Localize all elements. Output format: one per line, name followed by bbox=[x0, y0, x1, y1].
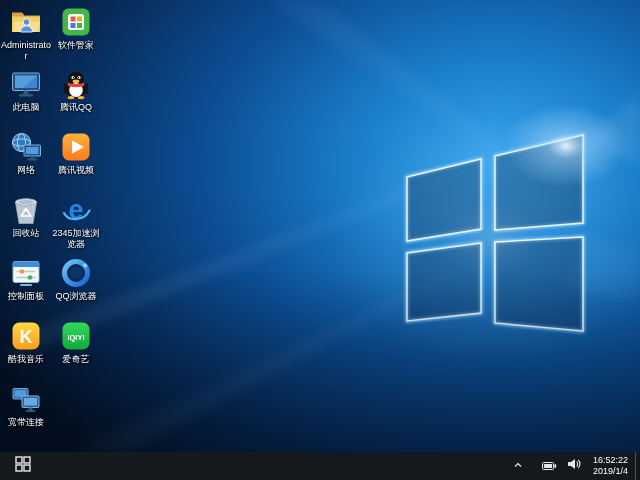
broadband-connection-icon bbox=[10, 383, 42, 415]
clock-date: 2019/1/4 bbox=[593, 466, 628, 477]
desktop-icon-label: 此电脑 bbox=[13, 102, 40, 113]
desktop-icon-label: 软件管家 bbox=[58, 40, 94, 51]
desktop-icon-2345-browser[interactable]: e 2345加速浏览器 bbox=[50, 194, 102, 251]
desktop-icon-label: 腾讯视频 bbox=[58, 165, 94, 176]
kuwo-music-icon: K bbox=[10, 320, 42, 352]
desktop-icon-kuwo-music[interactable]: K 酷我音乐 bbox=[0, 320, 52, 365]
chevron-up-icon bbox=[512, 457, 524, 475]
desktop-icon-label: 回收站 bbox=[13, 228, 40, 239]
desktop-icon-software-manager[interactable]: 软件管家 bbox=[50, 6, 102, 51]
qq-penguin-icon bbox=[60, 68, 92, 100]
desktop-icon-label: 网络 bbox=[17, 165, 35, 176]
iqiyi-icon: iQIYI bbox=[60, 320, 92, 352]
desktop-icon-qq-browser[interactable]: QQ浏览器 bbox=[50, 257, 102, 302]
volume-icon bbox=[567, 457, 582, 475]
desktop-icon-label: QQ浏览器 bbox=[55, 291, 96, 302]
taskbar: 16:52:22 2019/1/4 bbox=[0, 452, 640, 480]
battery-icon bbox=[542, 457, 557, 475]
network-globe-icon bbox=[10, 131, 42, 163]
svg-text:e: e bbox=[68, 195, 83, 225]
system-tray: 16:52:22 2019/1/4 bbox=[507, 452, 640, 480]
recycle-bin-icon bbox=[10, 194, 42, 226]
desktop-icon-label: 控制面板 bbox=[8, 291, 44, 302]
desktop-icon-administrator[interactable]: Administrator bbox=[0, 6, 52, 63]
desktop-icon-label: 2345加速浏览器 bbox=[50, 228, 102, 251]
taskbar-clock[interactable]: 16:52:22 2019/1/4 bbox=[587, 452, 635, 480]
desktop-icon-broadband[interactable]: 宽带连接 bbox=[0, 383, 52, 428]
qq-browser-ring-icon bbox=[60, 257, 92, 289]
desktop-icon-network[interactable]: 网络 bbox=[0, 131, 52, 176]
desktop-icon-control-panel[interactable]: 控制面板 bbox=[0, 257, 52, 302]
windows-logo-icon bbox=[15, 456, 31, 476]
show-desktop-button[interactable] bbox=[635, 452, 640, 480]
desktop-icon-label: 宽带连接 bbox=[8, 417, 44, 428]
control-panel-icon bbox=[10, 257, 42, 289]
tray-battery-button[interactable] bbox=[537, 452, 562, 480]
desktop-icon-label: 爱奇艺 bbox=[63, 354, 90, 365]
tray-overflow-button[interactable] bbox=[507, 452, 529, 480]
start-button[interactable] bbox=[0, 452, 46, 480]
svg-text:iQIYI: iQIYI bbox=[67, 333, 84, 342]
desktop-icon-iqiyi[interactable]: iQIYI 爱奇艺 bbox=[50, 320, 102, 365]
this-pc-monitor-icon bbox=[10, 68, 42, 100]
desktop[interactable]: Administrator 此电脑 bbox=[0, 0, 640, 452]
tray-volume-button[interactable] bbox=[562, 452, 587, 480]
desktop-icon-this-pc[interactable]: 此电脑 bbox=[0, 68, 52, 113]
administrator-user-folder-icon bbox=[10, 6, 42, 38]
svg-text:K: K bbox=[20, 327, 33, 347]
desktop-icon-label: 酷我音乐 bbox=[8, 354, 44, 365]
desktop-icon-label: 腾讯QQ bbox=[60, 102, 92, 113]
desktop-icon-tencent-video[interactable]: 腾讯视频 bbox=[50, 131, 102, 176]
desktop-icon-label: Administrator bbox=[0, 40, 52, 63]
software-manager-icon bbox=[60, 6, 92, 38]
desktop-icon-recycle-bin[interactable]: 回收站 bbox=[0, 194, 52, 239]
tencent-video-icon bbox=[60, 131, 92, 163]
clock-time: 16:52:22 bbox=[593, 455, 628, 466]
2345-browser-e-icon: e bbox=[60, 194, 92, 226]
desktop-icon-tencent-qq[interactable]: 腾讯QQ bbox=[50, 68, 102, 113]
